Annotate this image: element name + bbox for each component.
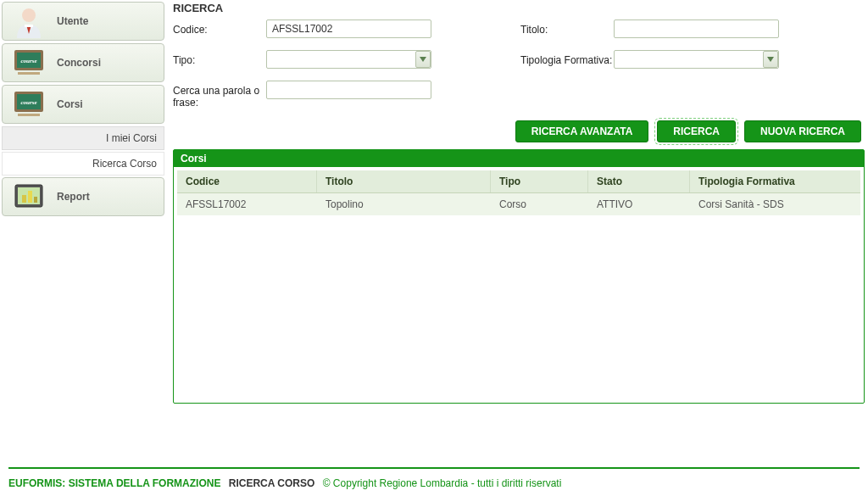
table-row[interactable]: AFSSL17002 Topolino Corso ATTIVO Corsi S… <box>177 193 860 215</box>
sidebar-item-label: Corsi <box>57 98 83 110</box>
label-titolo: Titolo: <box>520 20 614 36</box>
sidebar-sub-ricerca-corso[interactable]: Ricerca Corso <box>2 152 164 176</box>
button-row: RICERCA AVANZATA RICERCA NUOVA RICERCA <box>173 120 861 142</box>
results-header-codice: Codice <box>177 170 317 192</box>
cell-titolo: Topolino <box>317 193 491 215</box>
footer-page: RICERCA CORSO <box>229 477 315 489</box>
label-tipologia: Tipologia Formativa: <box>520 50 614 66</box>
svg-rect-12 <box>22 195 26 203</box>
results-header-stato: Stato <box>588 170 690 192</box>
frase-input[interactable] <box>266 81 431 99</box>
svg-text:course: course <box>20 99 36 106</box>
chevron-down-icon[interactable] <box>763 51 778 68</box>
sidebar-item-label: Utente <box>57 15 88 27</box>
cell-stato: ATTIVO <box>588 193 690 215</box>
search-button[interactable]: RICERCA <box>657 120 736 142</box>
report-icon <box>11 179 47 215</box>
user-icon <box>11 3 47 39</box>
tipologia-combo[interactable] <box>614 50 779 69</box>
results-header-tipo: Tipo <box>491 170 588 192</box>
label-codice: Codice: <box>173 20 266 36</box>
cell-codice: AFSSL17002 <box>177 193 317 215</box>
sidebar-sub-label: Ricerca Corso <box>92 158 157 170</box>
course-board-icon: course <box>11 86 47 122</box>
sidebar-item-label: Report <box>57 191 90 203</box>
tipo-combo[interactable] <box>266 50 431 69</box>
cell-tipo: Corso <box>491 193 588 215</box>
results-header-titolo: Titolo <box>317 170 491 192</box>
new-search-button[interactable]: NUOVA RICERCA <box>744 120 861 142</box>
results-header-tipologia: Tipologia Formativa <box>690 170 855 192</box>
main-content: RICERCA Codice: Titolo: Tipo: Tipologia … <box>164 2 868 404</box>
search-heading: RICERCA <box>173 2 865 14</box>
svg-rect-13 <box>28 191 32 203</box>
svg-point-0 <box>22 8 36 22</box>
svg-rect-9 <box>18 114 40 116</box>
footer-system: EUFORMIS: SISTEMA DELLA FORMAZIONE <box>8 477 220 489</box>
label-frase: Cerca una parola o frase: <box>173 81 266 109</box>
sidebar-item-corsi[interactable]: course Corsi <box>2 85 164 124</box>
sidebar-sub-label: I miei Corsi <box>106 132 157 144</box>
svg-rect-1 <box>25 25 33 27</box>
codice-input[interactable] <box>266 20 431 38</box>
sidebar-item-concorsi[interactable]: course Concorsi <box>2 43 164 82</box>
results-panel: Corsi Codice Titolo Tipo Stato Tipologia… <box>173 149 865 404</box>
footer-divider <box>8 467 860 469</box>
sidebar: Utente course Concorsi course <box>2 2 164 404</box>
sidebar-sub-miei-corsi[interactable]: I miei Corsi <box>2 126 164 150</box>
svg-text:course: course <box>20 58 36 64</box>
label-tipo: Tipo: <box>173 50 266 66</box>
sidebar-item-report[interactable]: Report <box>2 177 164 216</box>
advanced-search-button[interactable]: RICERCA AVANZATA <box>515 120 649 142</box>
sidebar-item-label: Concorsi <box>57 57 101 69</box>
results-header-row: Codice Titolo Tipo Stato Tipologia Forma… <box>177 170 860 193</box>
chevron-down-icon[interactable] <box>415 51 431 68</box>
svg-rect-5 <box>18 72 40 75</box>
footer: EUFORMIS: SISTEMA DELLA FORMAZIONE RICER… <box>8 477 860 489</box>
sidebar-item-utente[interactable]: Utente <box>2 2 164 41</box>
svg-rect-14 <box>34 197 37 203</box>
results-panel-title: Corsi <box>174 150 864 167</box>
footer-copyright: © Copyright Regione Lombardia - tutti i … <box>323 477 562 489</box>
titolo-input[interactable] <box>614 20 779 38</box>
course-board-icon: course <box>11 45 47 81</box>
cell-tipologia: Corsi Sanità - SDS <box>690 193 855 215</box>
search-form: Codice: Titolo: Tipo: Tipologia Formativ… <box>173 20 865 109</box>
